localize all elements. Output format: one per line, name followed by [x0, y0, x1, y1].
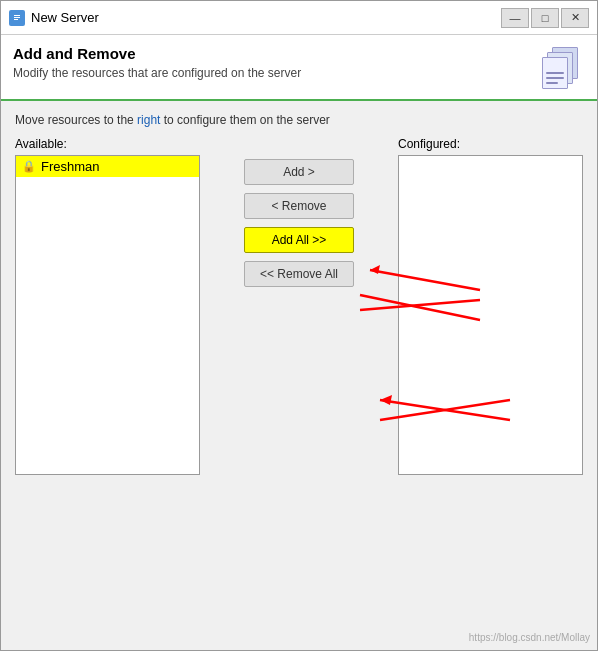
- available-list[interactable]: 🔒 Freshman: [15, 155, 200, 475]
- instruction-text: Move resources to the right to configure…: [15, 113, 583, 127]
- main-window: New Server — □ ✕ Add and Remove Modify t…: [0, 0, 598, 651]
- svg-rect-1: [14, 15, 20, 16]
- available-panel: Available: 🔒 Freshman: [15, 137, 200, 475]
- title-bar-controls: — □ ✕: [501, 8, 589, 28]
- remove-all-button[interactable]: << Remove All: [244, 261, 354, 287]
- minimize-button[interactable]: —: [501, 8, 529, 28]
- header-subtitle: Modify the resources that are configured…: [13, 66, 537, 80]
- panels-row: Available: 🔒 Freshman Add > < Remove Add…: [15, 137, 583, 638]
- configured-list[interactable]: [398, 155, 583, 475]
- window-icon: [9, 10, 25, 26]
- configured-panel: Configured:: [398, 137, 583, 475]
- svg-rect-3: [14, 19, 18, 20]
- header-text: Add and Remove Modify the resources that…: [13, 45, 537, 80]
- title-bar-left: New Server: [9, 10, 99, 26]
- configured-label: Configured:: [398, 137, 583, 151]
- add-button[interactable]: Add >: [244, 159, 354, 185]
- add-all-button[interactable]: Add All >>: [244, 227, 354, 253]
- header-title: Add and Remove: [13, 45, 537, 62]
- instruction-highlight: right: [137, 113, 160, 127]
- window-title: New Server: [31, 10, 99, 25]
- maximize-button[interactable]: □: [531, 8, 559, 28]
- close-button[interactable]: ✕: [561, 8, 589, 28]
- list-item[interactable]: 🔒 Freshman: [16, 156, 199, 177]
- available-label: Available:: [15, 137, 200, 151]
- content-area: Move resources to the right to configure…: [1, 101, 597, 650]
- action-buttons: Add > < Remove Add All >> << Remove All: [200, 159, 398, 287]
- header-section: Add and Remove Modify the resources that…: [1, 35, 597, 101]
- item-label: Freshman: [41, 159, 100, 174]
- title-bar: New Server — □ ✕: [1, 1, 597, 35]
- remove-button[interactable]: < Remove: [244, 193, 354, 219]
- svg-rect-2: [14, 17, 20, 18]
- documents-icon: [537, 45, 585, 89]
- watermark: https://blog.csdn.net/Mollay: [469, 632, 590, 643]
- lock-icon: 🔒: [22, 160, 36, 174]
